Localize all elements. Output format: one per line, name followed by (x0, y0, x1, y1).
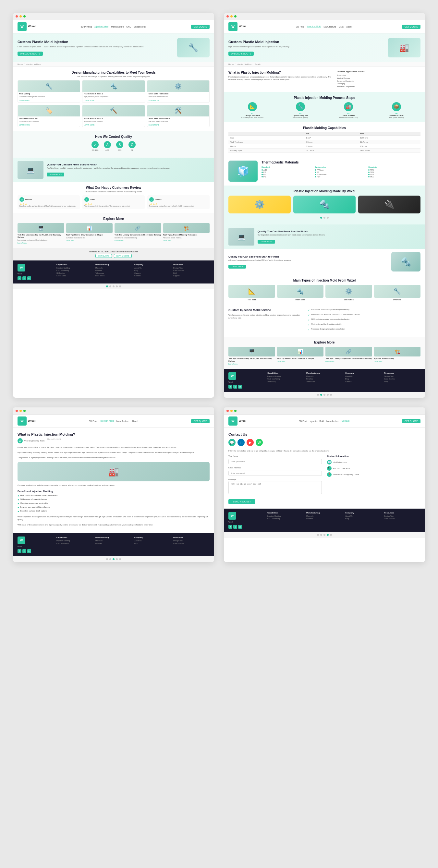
footer-col3-item-10[interactable]: Materials (95, 540, 132, 542)
hero-cta-button-2[interactable]: UPLOAD & QUOTE (228, 52, 254, 56)
footer-col2-item-00[interactable]: Injection Molding (267, 375, 304, 377)
close-dot-2[interactable] (226, 15, 229, 18)
iso-quote-button[interactable]: GET QUOTE (95, 254, 112, 258)
footer-col2-item-02[interactable]: 3D Printing (267, 380, 304, 382)
dot-3-2[interactable] (110, 558, 111, 560)
nav-injection[interactable]: Injection Mold (94, 25, 108, 28)
cta-btn-2[interactable]: LEARN MORE (258, 240, 275, 244)
footer-col2-item-32[interactable]: FAQ (384, 380, 420, 382)
footer-col-item-30[interactable]: Design Tips (173, 267, 210, 269)
footer-col4-item-20[interactable]: About Us (345, 515, 381, 517)
expand-dot-2[interactable] (234, 15, 237, 18)
footer-fb-2[interactable]: f (228, 385, 232, 389)
footer-col2-item-22[interactable]: Careers (345, 380, 381, 382)
nav-cta-button[interactable]: GET QUOTE (191, 25, 210, 29)
nav-cnc-2[interactable]: CNC (339, 26, 344, 28)
explore2-link-3[interactable]: Learn More › (374, 361, 421, 363)
cap-link-1[interactable]: LEARN MORE (83, 99, 145, 102)
nav-link-3a[interactable]: 3D Print (89, 420, 97, 422)
footer-col-item-13[interactable]: Lead Times (95, 275, 132, 277)
dot-3-4[interactable] (116, 558, 118, 560)
dot-3-5[interactable] (119, 558, 121, 560)
nav-about-2[interactable]: About (346, 26, 352, 28)
nav-manufacture[interactable]: Manufacture (111, 26, 124, 28)
footer-li-3[interactable]: in (27, 549, 31, 553)
footer-col3-item-11[interactable]: Finishes (95, 542, 132, 544)
footer-col2-item-11[interactable]: Finishes (306, 378, 343, 380)
nav-cnc[interactable]: CNC (126, 26, 131, 28)
nav-3dprint[interactable]: 3D Printing (81, 26, 92, 28)
footer-col-item-31[interactable]: Case Studies (173, 270, 210, 272)
footer-col4-item-30[interactable]: Design Tips (384, 515, 420, 517)
contact-linkedin-btn[interactable]: in (238, 439, 245, 446)
footer-col-item-10[interactable]: Materials (95, 267, 132, 269)
footer-tw-3[interactable]: t (22, 549, 26, 553)
footer-col2-item-21[interactable]: Blog (345, 378, 381, 380)
footer-col2-item-30[interactable]: Design Tips (384, 375, 420, 377)
footer-col3-item-31[interactable]: Case Studies (173, 542, 210, 544)
showcase-dot-2[interactable] (323, 217, 325, 219)
minimize-dot-2[interactable] (230, 15, 232, 18)
nav-sheet[interactable]: Sheet Metal (134, 26, 146, 28)
showcase-dot-3[interactable] (327, 217, 328, 219)
cap-link-5[interactable]: LEARN MORE (147, 123, 209, 127)
cta-btn-3[interactable]: LEARN MORE (228, 265, 246, 269)
dot-4-2[interactable] (320, 534, 322, 536)
dot-1-4[interactable] (116, 285, 118, 287)
footer-col-item-02[interactable]: 3D Printing (57, 272, 93, 274)
footer-col4-item-01[interactable]: CNC Machining (267, 518, 304, 520)
nav-link-3c[interactable]: Manufacture (117, 420, 129, 422)
cap-link-4[interactable]: LEARN MORE (83, 123, 145, 127)
dot-4-3[interactable] (323, 534, 325, 536)
dot-4-1[interactable] (317, 534, 319, 536)
footer-li-4[interactable]: in (238, 525, 242, 529)
footer-col-item-32[interactable]: FAQ (173, 272, 210, 274)
minimize-dot-3[interactable] (20, 410, 22, 412)
dot-2-1[interactable] (317, 394, 319, 396)
form-input-name[interactable] (228, 459, 322, 464)
footer-col2-item-01[interactable]: CNC Machining (267, 378, 304, 380)
cap-link-0[interactable]: LEARN MORE (18, 99, 80, 102)
form-textarea-message[interactable] (228, 481, 322, 494)
dot-4-5[interactable] (330, 534, 332, 536)
footer-col4-item-00[interactable]: Injection Molding (267, 515, 304, 517)
footer-li-2[interactable]: in (238, 385, 242, 389)
footer-twitter-icon[interactable]: t (22, 276, 26, 280)
explore2-link-2[interactable]: Learn More › (325, 361, 372, 363)
footer-col-item-12[interactable]: Tolerances (95, 272, 132, 274)
footer-col2-item-20[interactable]: About Us (345, 375, 381, 377)
footer-col-item-20[interactable]: About Us (134, 267, 171, 269)
showcase-dot-1[interactable] (320, 217, 322, 219)
cap-link-2[interactable]: LEARN MORE (147, 99, 209, 102)
footer-col-item-23[interactable]: Contact (134, 275, 171, 277)
nav-cta-button-2[interactable]: GET QUOTE (402, 25, 420, 29)
footer-facebook-icon[interactable]: f (18, 276, 22, 280)
explore2-link-1[interactable]: Learn More › (277, 361, 324, 363)
dot-1-2[interactable] (110, 285, 111, 287)
footer-col3-item-01[interactable]: CNC Machining (57, 542, 93, 544)
cap-link-3[interactable]: LEARN MORE (18, 123, 80, 127)
footer-col4-item-21[interactable]: Blog (345, 518, 381, 520)
explore-link-1[interactable]: Learn More › (66, 240, 113, 242)
explore2-link-0[interactable]: Learn More › (228, 363, 275, 365)
footer-col-item-11[interactable]: Finishes (95, 270, 132, 272)
nav-3dprint-2[interactable]: 3D Print (296, 26, 304, 28)
contact-wechat-btn[interactable]: W (256, 439, 263, 446)
expand-dot[interactable] (23, 15, 26, 18)
footer-col4-item-11[interactable]: Finishes (306, 518, 343, 520)
footer-col2-item-31[interactable]: Case Studies (384, 378, 420, 380)
expand-dot-3[interactable] (23, 410, 26, 412)
footer-col2-item-10[interactable]: Materials (306, 375, 343, 377)
breadcrumb-home[interactable]: Home (18, 63, 23, 65)
hero-cta-button[interactable]: UPLOAD & QUOTE (18, 52, 43, 56)
footer-col3-item-00[interactable]: Injection Molding (57, 540, 93, 542)
close-dot-3[interactable] (15, 410, 18, 412)
footer-col3-item-21[interactable]: Blog (134, 542, 171, 544)
iso-learn-button[interactable]: LEARN MORE (114, 254, 132, 258)
footer-col4-item-31[interactable]: Case Studies (384, 518, 420, 520)
footer-col-item-01[interactable]: CNC Machining (57, 270, 93, 272)
footer-tw-4[interactable]: t (233, 525, 237, 529)
dot-1-5[interactable] (119, 285, 121, 287)
form-submit-button[interactable]: SEND REQUEST (228, 499, 255, 504)
nav-link-3b[interactable]: Injection Mold (100, 420, 114, 422)
